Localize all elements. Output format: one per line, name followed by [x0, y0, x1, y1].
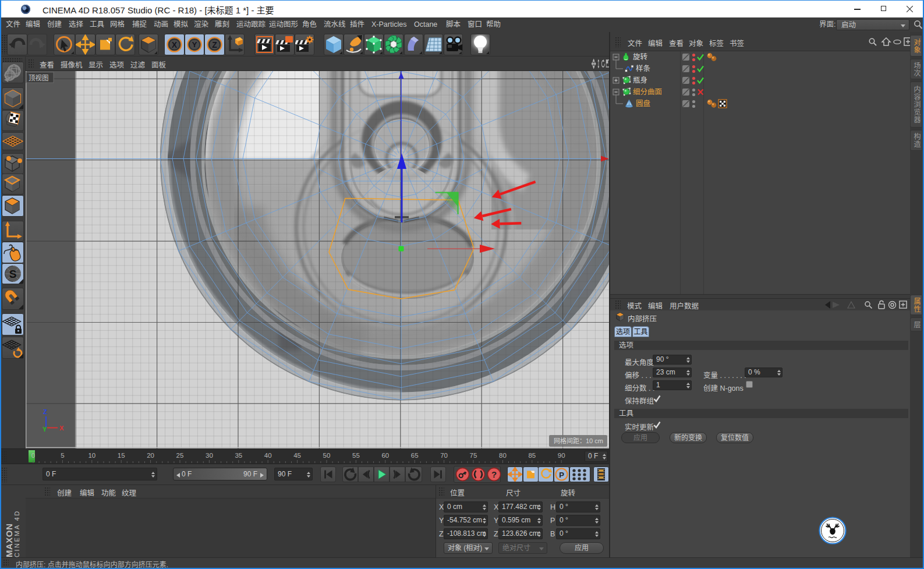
svg-text:Z: Z [212, 40, 217, 50]
svg-text:X: X [59, 425, 64, 432]
svg-text:40: 40 [264, 452, 272, 459]
svg-text:50: 50 [323, 452, 331, 459]
svg-text:细分曲面: 细分曲面 [633, 88, 662, 96]
svg-text:S: S [9, 268, 17, 280]
svg-text:网格间距：10 cm: 网格间距：10 cm [554, 437, 603, 444]
svg-text:30: 30 [206, 452, 213, 459]
svg-text:35: 35 [235, 452, 242, 459]
svg-text:5: 5 [61, 452, 64, 459]
svg-text:Y: Y [43, 426, 47, 433]
svg-text:Y: Y [192, 40, 197, 49]
svg-text:75: 75 [470, 452, 477, 459]
svg-text:65: 65 [411, 452, 419, 459]
svg-text:90: 90 [558, 452, 565, 459]
svg-text:圆盘: 圆盘 [636, 99, 650, 108]
svg-text:瓶身: 瓶身 [633, 76, 647, 84]
svg-text:旋转: 旋转 [633, 52, 647, 61]
svg-text:20: 20 [147, 452, 154, 459]
svg-text:P: P [559, 471, 564, 479]
svg-text:55: 55 [352, 452, 360, 459]
svg-text:60: 60 [381, 452, 389, 459]
svg-text:15: 15 [118, 452, 125, 459]
svg-text:X: X [172, 40, 178, 50]
svg-text:10: 10 [88, 452, 95, 459]
svg-text:80: 80 [499, 452, 507, 459]
svg-text:Z: Z [43, 408, 47, 415]
svg-text:70: 70 [440, 452, 448, 459]
svg-text:?: ? [491, 469, 497, 479]
svg-text:样条: 样条 [636, 64, 651, 73]
svg-text:45: 45 [293, 452, 301, 459]
svg-text:顶视图: 顶视图 [29, 74, 49, 82]
svg-text:85: 85 [528, 452, 536, 459]
svg-text:25: 25 [176, 452, 184, 459]
svg-text:0: 0 [31, 452, 35, 459]
